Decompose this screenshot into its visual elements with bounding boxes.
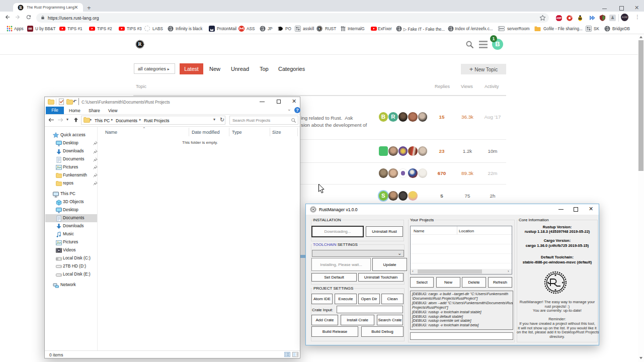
svg-text:R: R bbox=[318, 27, 321, 30]
svg-text:ABP: ABP bbox=[556, 17, 561, 20]
svg-text:R: R bbox=[138, 41, 142, 47]
svg-text:R: R bbox=[19, 6, 22, 10]
